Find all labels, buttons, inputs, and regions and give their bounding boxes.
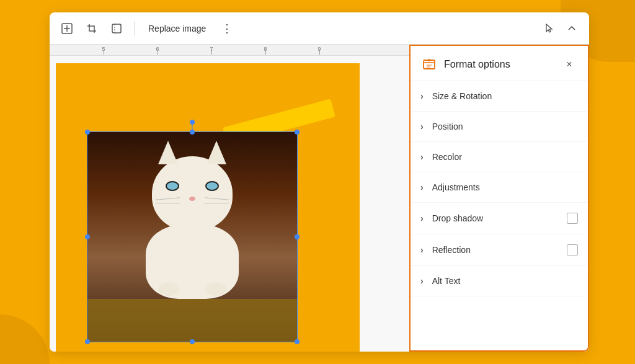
chevron-icon-adjustments: › [420,182,424,192]
size-rotation-label: Size & Rotation [432,91,578,101]
replace-image-button[interactable]: Replace image [142,20,212,37]
content-area: 5 6 7 8 9 [50,45,589,352]
format-option-reflection[interactable]: › Reflection [411,234,588,266]
format-option-adjustments[interactable]: › Adjustments [411,172,588,203]
format-option-position[interactable]: › Position [411,112,588,142]
chevron-icon-drop-shadow: › [420,213,424,223]
mask-button[interactable] [107,19,127,38]
rotate-line [192,122,193,132]
svg-rect-3 [112,24,121,33]
reflection-checkbox[interactable] [567,244,578,255]
format-option-recolor[interactable]: › Recolor [411,142,588,172]
format-panel-title: Format options [444,59,561,70]
toolbar: Replace image ⋮ [50,12,589,45]
chevron-icon-reflection: › [420,245,424,255]
reflection-label: Reflection [432,245,567,255]
crop-button[interactable] [82,19,102,38]
main-window: Replace image ⋮ 5 6 [50,12,589,352]
chevron-up-button[interactable] [562,19,582,38]
canvas-area[interactable]: 5 6 7 8 9 [50,45,409,352]
format-panel-close-button[interactable]: × [561,56,578,73]
chevron-icon-size-rotation: › [420,91,424,101]
slide-canvas [56,63,360,352]
format-panel-header: Format options × [411,46,588,81]
recolor-label: Recolor [432,152,578,162]
chevron-icon-recolor: › [420,152,424,162]
format-panel: Format options × › Size & Rotation › Pos… [409,45,589,352]
toolbar-right-icons [540,19,582,38]
pointer-button[interactable] [540,19,559,38]
add-button[interactable] [57,19,77,38]
chevron-icon-position: › [420,122,424,131]
selected-image-container[interactable] [87,131,298,342]
drop-shadow-label: Drop shadow [432,213,567,223]
bg-decoration-bottom-left [0,314,50,364]
alt-text-label: Alt Text [432,276,578,286]
ruler: 5 6 7 8 9 [50,45,409,56]
format-option-drop-shadow[interactable]: › Drop shadow [411,203,588,234]
format-option-alt-text[interactable]: › Alt Text [411,266,588,296]
toolbar-divider-1 [134,21,135,36]
format-panel-icon [420,56,438,73]
format-options-list: › Size & Rotation › Position › Recolor ›… [411,81,588,350]
more-options-button[interactable]: ⋮ [217,19,237,38]
adjustments-label: Adjustments [432,182,578,192]
drop-shadow-checkbox[interactable] [567,213,578,224]
format-option-size-rotation[interactable]: › Size & Rotation [411,81,588,112]
svg-rect-4 [424,60,435,69]
svg-point-6 [428,59,430,61]
chevron-icon-alt-text: › [420,276,424,286]
rotate-handle[interactable] [190,120,195,125]
cat-image [87,131,298,342]
position-label: Position [432,122,578,131]
